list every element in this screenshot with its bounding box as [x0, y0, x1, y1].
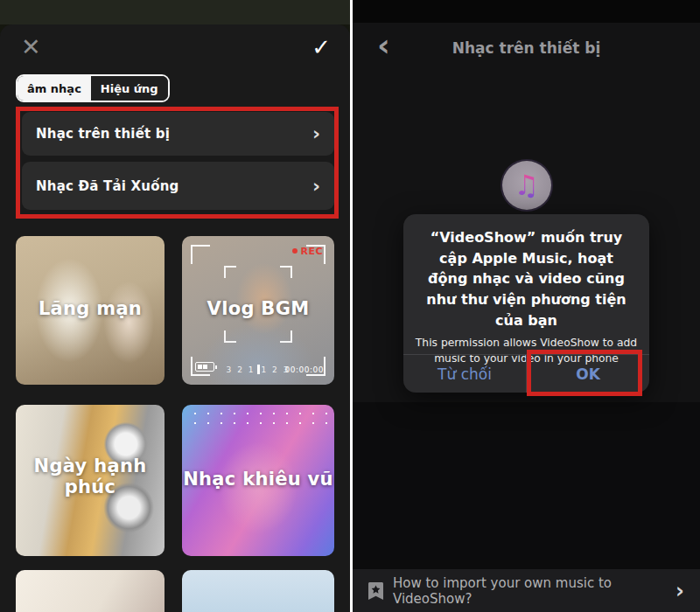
music-picker-screen: ✕ ✓ âm nhạc Hiệu ứng Nhạc trên thiết bị … — [0, 0, 350, 612]
menu-item-device-music[interactable]: Nhạc trên thiết bị › — [22, 112, 334, 156]
menu-item-downloaded-music[interactable]: Nhạc Đã Tải Xuống › — [22, 162, 334, 210]
rec-indicator: REC — [292, 246, 323, 257]
dialog-button-row: Từ chối OK — [403, 354, 649, 393]
chevron-right-icon: › — [312, 177, 320, 196]
help-banner[interactable]: How to import your own music to VideoSho… — [353, 569, 700, 612]
page-title: Nhạc trên thiết bị — [353, 39, 700, 57]
menu-item-device-music-label: Nhạc trên thiết bị — [36, 126, 312, 142]
close-icon[interactable]: ✕ — [21, 33, 41, 61]
category-thumb-happy-day[interactable]: Ngày hạnh phúc — [16, 405, 164, 556]
dialog-title: “VideoShow” muốn truy cập Apple Music, h… — [403, 214, 649, 336]
music-note-icon: ♫ — [514, 171, 539, 199]
music-sheet: ✕ ✓ âm nhạc Hiệu ứng Nhạc trên thiết bị … — [0, 24, 350, 612]
bookmark-star-icon — [368, 582, 383, 600]
countdown-cursor — [257, 365, 260, 374]
category-thumb-romantic[interactable]: Lãng mạn — [16, 236, 164, 385]
status-bar-strip — [353, 0, 700, 23]
tab-music[interactable]: âm nhạc — [18, 76, 91, 101]
ok-button[interactable]: OK — [527, 355, 649, 393]
category-thumb-partial-right[interactable] — [182, 570, 334, 612]
confirm-icon[interactable]: ✓ — [312, 33, 331, 61]
chevron-right-icon: › — [676, 581, 684, 602]
tab-effects[interactable]: Hiệu ứng — [91, 76, 168, 101]
category-thumb-vlog-bgm[interactable]: REC Vlog BGM 3 2 11 2 3 00:00:00 — [182, 236, 334, 385]
video-preview-strip — [0, 0, 350, 24]
timecode-label: 00:00:00 — [285, 365, 324, 374]
apple-music-icon: ♫ — [502, 161, 551, 210]
category-thumb-partial-left[interactable] — [16, 570, 164, 612]
viewfinder-corner-icon — [191, 245, 210, 264]
rec-dot-icon — [292, 248, 298, 254]
deny-button[interactable]: Từ chối — [403, 355, 527, 393]
stage-lights-dots — [189, 409, 327, 428]
device-music-screen: ‹ Nhạc trên thiết bị ♫ “VideoShow” muốn … — [353, 0, 700, 612]
screenshot-root: ✕ ✓ âm nhạc Hiệu ứng Nhạc trên thiết bị … — [0, 0, 700, 612]
category-label: Lãng mạn — [16, 298, 164, 319]
category-label: Nhạc khiêu vũ — [182, 468, 334, 489]
category-label: Vlog BGM — [182, 298, 334, 319]
help-banner-text: How to import your own music to VideoSho… — [393, 575, 676, 607]
menu-item-downloaded-music-label: Nhạc Đã Tải Xuống — [36, 178, 312, 194]
category-thumb-dance-music[interactable]: Nhạc khiêu vũ — [182, 405, 334, 556]
permission-dialog: “VideoShow” muốn truy cập Apple Music, h… — [403, 214, 649, 393]
tab-bar: âm nhạc Hiệu ứng — [16, 74, 170, 102]
chevron-right-icon: › — [312, 124, 320, 143]
category-label: Ngày hạnh phúc — [16, 456, 164, 497]
